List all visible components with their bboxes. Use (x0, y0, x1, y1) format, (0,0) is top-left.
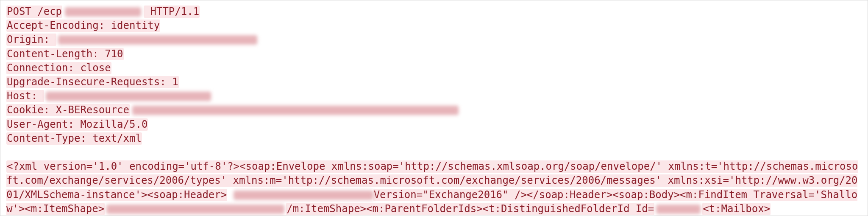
request-line-prefix: POST /ecp (6, 6, 62, 18)
xml-body-part4: <t:Mailbox> (702, 203, 771, 215)
request-line-suffix: HTTP/1.1 (144, 6, 200, 18)
redacted-cookie (132, 106, 459, 115)
header-cookie-label: Cookie: X-BEResource (6, 104, 130, 116)
redacted-xml-1 (234, 191, 373, 200)
header-accept-encoding: Accept-Encoding: identity (6, 20, 160, 32)
redacted-origin (58, 35, 257, 45)
header-connection: Connection: close (6, 62, 111, 74)
header-origin-label: Origin: (6, 34, 56, 46)
redacted-xml-3 (656, 205, 701, 214)
redacted-xml-2 (106, 205, 284, 214)
http-request-panel: POST /ecp HTTP/1.1 Accept-Encoding: iden… (0, 0, 868, 216)
header-upgrade-insecure: Upgrade-Insecure-Requests: 1 (6, 76, 179, 88)
header-host-label: Host: (6, 90, 44, 102)
header-user-agent: User-Agent: Mozilla/5.0 (6, 118, 148, 131)
header-content-type: Content-Type: text/xml (6, 132, 142, 145)
header-content-length: Content-Length: 710 (6, 48, 124, 60)
redacted-host (46, 92, 211, 101)
xml-body-part3: /m:ItemShape><m:ParentFolderIds><t:Disti… (286, 203, 654, 215)
redacted-path (65, 7, 141, 17)
